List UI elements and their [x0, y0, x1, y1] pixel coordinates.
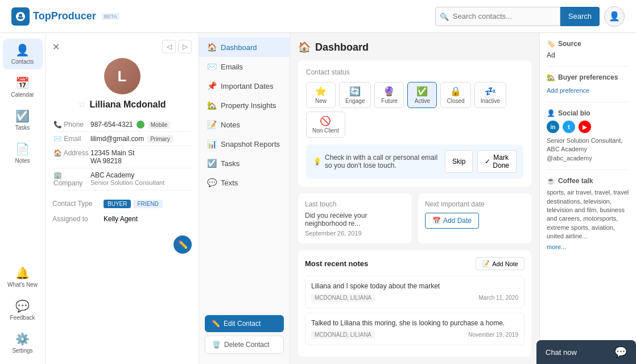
friend-badge: FRIEND [133, 200, 162, 208]
phone-value: 987-654-4321 Mobile [90, 121, 191, 129]
linkedin-icon[interactable]: in [547, 121, 559, 133]
sidebar-item-whatsnew[interactable]: 🔔 What's New [3, 262, 43, 292]
add-preference-link[interactable]: Add preference [547, 87, 589, 94]
add-date-button[interactable]: 📅 Add Date [425, 213, 479, 229]
source-icon: 🏷️ [547, 40, 555, 48]
email-type-badge: Primary [147, 135, 172, 143]
sidebar-item-label-tasks: Tasks [15, 125, 30, 131]
status-badge-active[interactable]: ✅ Active [407, 82, 437, 108]
contact-status-card: Contact status ⭐ New 🔄 Engage 🔮 Future [298, 60, 531, 187]
sidebar-item-tasks[interactable]: ☑️ Tasks [3, 105, 43, 135]
nav-label-tasks: Tasks [221, 159, 239, 168]
source-section: 🏷️ Source Ad [547, 40, 629, 59]
add-note-button[interactable]: 📝 Add Note [476, 257, 525, 270]
edit-contact-button[interactable]: ✏️ Edit Contact [205, 315, 284, 332]
active-status-icon: ✅ [416, 86, 428, 97]
search-input[interactable] [435, 7, 560, 26]
contacts-icon: 👤 [15, 43, 30, 57]
contact-extra: Contact Type BUYER FRIEND Assigned to Ke… [52, 197, 192, 225]
social-bio-icon: 👤 [547, 109, 555, 117]
nav-item-snapshot-reports[interactable]: 📊 Snapshot Reports [199, 134, 290, 154]
sidebar-item-contacts[interactable]: 👤 Contacts [3, 39, 43, 69]
delete-contact-button[interactable]: 🗑️ Delete Contact [205, 336, 284, 354]
notes-nav-icon: 📝 [207, 120, 216, 129]
twitter-icon[interactable]: t [563, 121, 575, 133]
contact-type-row: Contact Type BUYER FRIEND [52, 197, 192, 210]
nav-item-property-insights[interactable]: 🏡 Property Insights [199, 96, 290, 115]
sidebar-item-notes[interactable]: 📄 Notes [3, 138, 43, 168]
nav-item-important-dates[interactable]: 📌 Important Dates [199, 76, 290, 96]
favorite-star-icon[interactable]: ☆ [78, 99, 86, 110]
status-badge-nonclient[interactable]: 🚫 Non Client [306, 111, 345, 138]
nav-item-tasks[interactable]: ☑️ Tasks [199, 154, 290, 173]
user-avatar-button[interactable]: 👤 [604, 6, 625, 27]
status-badge-future[interactable]: 🔮 Future [374, 82, 404, 108]
sidebar-item-calendar[interactable]: 📅 Calendar [3, 72, 43, 102]
contact-status-label: Contact status [306, 68, 523, 76]
close-button[interactable]: ✕ [52, 42, 60, 52]
assigned-to-row: Assigned to Kelly Agent [52, 213, 192, 225]
status-badge-new[interactable]: ⭐ New [306, 82, 336, 108]
sidebar-item-label-feedback: Feedback [10, 315, 35, 321]
checkmark-icon: ✓ [485, 158, 490, 166]
source-title: 🏷️ Source [547, 40, 629, 48]
last-touch-title: Last touch [305, 200, 404, 208]
coffee-talk-text: sports, air travel, travel, travel desti… [547, 188, 629, 241]
nonclient-status-icon: 🚫 [320, 115, 331, 126]
important-dates-nav-icon: 📌 [207, 81, 216, 90]
snapshot-reports-nav-icon: 📊 [207, 139, 216, 148]
note-text-1: Liliana and I spoke today about the mark… [311, 282, 518, 290]
next-contact-button[interactable]: ▷ [178, 40, 192, 53]
phone-label: 📞 Phone [53, 121, 90, 129]
nav-menu: 🏠 Dashboard ✉️ Emails 📌 Important Dates … [199, 33, 290, 364]
sidebar-item-label-settings: Settings [12, 348, 32, 354]
checkin-text: 💡 Check in with a call or personal email… [313, 154, 445, 169]
contact-name: Lilliana Mcdonald [89, 100, 166, 110]
dashboard-panel: 🏠 Dashboard Contact status ⭐ New 🔄 Engag… [290, 33, 539, 364]
chat-bar[interactable]: Chat now 💬 [536, 340, 636, 364]
edit-fab-button[interactable]: ✏️ [174, 235, 192, 254]
contact-avatar: L [52, 58, 192, 94]
note-item-1: Liliana and I spoke today about the mark… [305, 276, 525, 308]
contact-name-row: ☆ Lilliana Mcdonald [52, 99, 192, 110]
property-insights-nav-icon: 🏡 [207, 101, 216, 110]
status-badge-engage[interactable]: 🔄 Engage [339, 82, 371, 108]
buyer-preferences-section: 🏡 Buyer preferences Add preference [547, 73, 629, 95]
youtube-icon[interactable]: ▶ [579, 121, 591, 133]
nav-item-emails[interactable]: ✉️ Emails [199, 57, 290, 76]
app-container: TopProducer BETA 🔍 Search 👤 👤 Contacts 📅… [0, 0, 636, 364]
prev-contact-button[interactable]: ◁ [162, 40, 176, 53]
sidebar-item-feedback[interactable]: 💬 Feedback [3, 295, 43, 325]
engage-status-icon: 🔄 [349, 86, 361, 97]
buyer-badge: BUYER [104, 200, 131, 208]
logo-text: TopProducer [33, 10, 96, 22]
phone-type-badge: Mobile [148, 121, 170, 129]
dashboard-icon: 🏠 [298, 41, 311, 53]
buyer-pref-icon: 🏡 [547, 73, 555, 81]
status-badge-inactive[interactable]: 💤 Inactive [474, 82, 506, 108]
address-value: 12345 Main St WA 98218 [90, 149, 191, 165]
nav-item-notes[interactable]: 📝 Notes [199, 115, 290, 134]
note-item-2: Talked to Liliana this moring, she is lo… [305, 313, 525, 345]
status-badge-closed[interactable]: 🔒 Closed [440, 82, 470, 108]
nav-label-important-dates: Important Dates [221, 82, 274, 90]
nav-item-dashboard[interactable]: 🏠 Dashboard [199, 38, 290, 57]
note-author-2: MCDONALD, LILIANA [311, 330, 375, 339]
sidebar-item-settings[interactable]: ⚙️ Settings [3, 328, 43, 358]
mark-done-button[interactable]: ✓ Mark Done [477, 150, 517, 173]
skip-button[interactable]: Skip [445, 150, 473, 173]
nav-bottom-buttons: ✏️ Edit Contact 🗑️ Delete Contact [199, 309, 290, 359]
nav-label-texts: Texts [221, 179, 238, 187]
coffee-icon: ☕ [547, 177, 555, 185]
inactive-status-icon: 💤 [485, 86, 496, 97]
two-col-row: Last touch Did you receive your neighbor… [298, 193, 531, 243]
settings-icon: ⚙️ [15, 332, 30, 346]
avatar: L [104, 58, 141, 94]
divider-3 [547, 169, 629, 170]
more-link[interactable]: more... [547, 243, 566, 250]
tasks-icon: ☑️ [15, 109, 30, 123]
assigned-to-label: Assigned to [52, 215, 104, 223]
search-button[interactable]: Search [560, 7, 600, 26]
nav-item-texts[interactable]: 💬 Texts [199, 173, 290, 192]
chat-now-text: Chat now [546, 348, 577, 357]
